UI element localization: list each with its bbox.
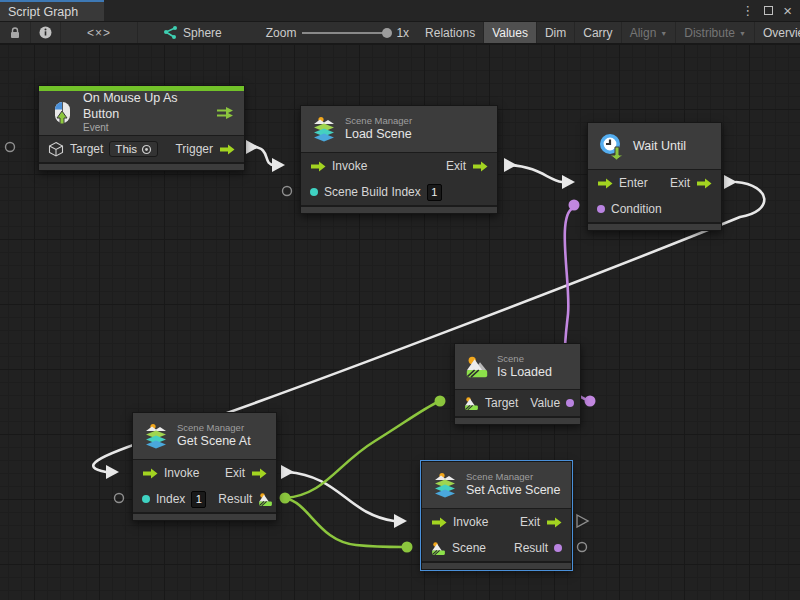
graph-canvas[interactable]: On Mouse Up As Button Event Targe xyxy=(0,44,800,600)
port-isloaded-value-wire-start[interactable] xyxy=(585,396,596,407)
toolbar-button-align[interactable]: Align▼ xyxy=(622,22,677,43)
invoke-label: Invoke xyxy=(164,466,199,480)
node-footer xyxy=(301,205,497,213)
coroutine-double-arrow-icon xyxy=(216,106,234,121)
node-category: Scene xyxy=(497,353,552,365)
invoke-label: Invoke xyxy=(332,159,367,173)
node-load-scene[interactable]: Scene Manager Load Scene Invoke Exit Sce… xyxy=(300,105,498,214)
mouse-up-icon xyxy=(49,100,75,126)
toolbar-button-values[interactable]: Values xyxy=(484,22,537,43)
value-label: Value xyxy=(530,396,560,410)
graph-owner[interactable]: Sphere xyxy=(138,22,230,43)
scene-type-icon[interactable] xyxy=(431,541,446,556)
chevron-down-icon: ▼ xyxy=(739,30,746,37)
tab-title: Script Graph xyxy=(8,5,78,19)
toolbar-button-distribute[interactable]: Distribute▼ xyxy=(676,22,755,43)
index-input[interactable]: 1 xyxy=(191,491,206,508)
info-button[interactable] xyxy=(31,22,61,43)
port-invoke-wire-end[interactable] xyxy=(272,158,285,172)
node-is-loaded[interactable]: Scene Is Loaded Target Value xyxy=(454,343,581,425)
int-port-icon[interactable] xyxy=(142,495,150,503)
row-target-value: Target Value xyxy=(455,390,580,416)
node-footer xyxy=(422,561,571,569)
node-footer xyxy=(588,222,721,230)
int-port-icon[interactable] xyxy=(310,188,318,196)
port-trigger-wire-start[interactable] xyxy=(246,140,259,154)
zoom-slider[interactable] xyxy=(302,32,390,34)
toolbar-button-relations[interactable]: Relations xyxy=(417,22,484,43)
window-controls: ⋮ × xyxy=(741,0,800,21)
node-title: Set Active Scene xyxy=(466,483,561,499)
target-this-chip[interactable]: This xyxy=(109,141,158,157)
lock-button[interactable] xyxy=(0,22,31,43)
toolbar-button-carry[interactable]: Carry xyxy=(575,22,621,43)
port-scenebuildindex-empty[interactable] xyxy=(283,187,292,196)
wire-result-to-scene-input[interactable] xyxy=(285,498,403,547)
zoom-slider-handle[interactable] xyxy=(382,28,392,38)
port-onmouseup-target-empty[interactable] xyxy=(6,143,15,152)
maximize-icon[interactable] xyxy=(764,6,773,15)
flow-arrow-icon[interactable] xyxy=(696,178,712,189)
port-waituntil-condition-wire-end[interactable] xyxy=(569,200,580,211)
scene-result-port-icon[interactable] xyxy=(554,544,562,552)
bool-port-icon[interactable] xyxy=(566,399,574,407)
window-menu-icon[interactable]: ⋮ xyxy=(741,4,754,17)
port-getsceneat-result[interactable] xyxy=(280,493,291,504)
port-setactive-invoke-wire-end[interactable] xyxy=(394,514,407,528)
exit-label: Exit xyxy=(520,515,540,529)
flow-arrow-icon[interactable] xyxy=(472,161,488,172)
target-label: Target xyxy=(70,142,103,156)
flow-arrow-icon[interactable] xyxy=(219,144,235,155)
wire-result-to-isloaded[interactable] xyxy=(285,402,438,498)
port-waituntil-exit-wire-start[interactable] xyxy=(724,175,737,189)
row-invoke-exit: Invoke Exit xyxy=(301,153,497,179)
port-loadscene-exit-wire-start[interactable] xyxy=(504,158,517,172)
result-label: Result xyxy=(218,492,252,506)
port-setactive-scene-wire-end[interactable] xyxy=(402,542,413,553)
port-index-empty[interactable] xyxy=(115,494,124,503)
info-icon xyxy=(39,26,52,39)
index-label: Index xyxy=(156,492,185,506)
scene-manager-icon xyxy=(311,116,337,142)
wire-getsceneat-to-setactive[interactable] xyxy=(287,472,394,521)
wire-trigger-to-loadscene[interactable] xyxy=(252,147,274,165)
node-set-active-scene[interactable]: Scene Manager Set Active Scene Invoke Ex… xyxy=(421,461,572,570)
node-category: Scene Manager xyxy=(177,422,251,434)
flow-arrow-icon[interactable] xyxy=(142,468,158,479)
flow-arrow-icon[interactable] xyxy=(431,517,447,528)
wire-loadscene-to-waituntil[interactable] xyxy=(510,165,562,182)
flow-arrow-icon[interactable] xyxy=(310,161,326,172)
node-get-scene-at[interactable]: Scene Manager Get Scene At Invoke Exit I… xyxy=(132,412,277,521)
scene-type-icon[interactable] xyxy=(258,492,273,507)
port-setactive-exit-empty[interactable] xyxy=(577,515,588,527)
flow-arrow-icon[interactable] xyxy=(546,517,562,528)
bool-port-icon[interactable] xyxy=(597,205,605,213)
graph-owner-name: Sphere xyxy=(183,26,222,40)
zoom-control: Zoom 1x xyxy=(230,22,417,43)
tab-script-graph[interactable]: Script Graph xyxy=(0,0,104,21)
toolbar-button-dim[interactable]: Dim xyxy=(537,22,575,43)
row-invoke-exit: Invoke Exit xyxy=(133,460,276,486)
port-isloaded-target-wire-end[interactable] xyxy=(435,396,446,407)
toolbar-button-overview[interactable]: Overview xyxy=(755,22,800,43)
graph-network-icon xyxy=(162,26,177,39)
node-title: Get Scene At xyxy=(177,434,251,450)
row-scene-build-index: Scene Build Index 1 xyxy=(301,179,497,205)
node-title: On Mouse Up As Button xyxy=(83,91,200,122)
port-getsceneat-exit-wire-start[interactable] xyxy=(281,465,294,479)
node-category: Scene Manager xyxy=(466,471,561,483)
port-getsceneat-invoke-wire-end[interactable] xyxy=(106,465,119,479)
scene-type-icon[interactable] xyxy=(464,396,479,411)
flow-arrow-icon[interactable] xyxy=(597,178,613,189)
exit-label: Exit xyxy=(225,466,245,480)
close-icon[interactable]: × xyxy=(783,3,792,18)
node-on-mouse-up-as-button[interactable]: On Mouse Up As Button Event Targe xyxy=(38,85,245,171)
port-waituntil-enter-wire-end[interactable] xyxy=(562,175,575,189)
node-wait-until[interactable]: Wait Until Enter Exit Condition xyxy=(587,122,722,231)
row-invoke-exit: Invoke Exit xyxy=(422,509,571,535)
graph-toolbar: <×> Sphere Zoom 1x Relations Values Dim … xyxy=(0,22,800,44)
code-view-button[interactable]: <×> xyxy=(61,22,138,43)
scene-build-index-input[interactable]: 1 xyxy=(427,184,442,201)
flow-arrow-icon[interactable] xyxy=(251,468,267,479)
port-setactive-result-empty[interactable] xyxy=(578,543,587,552)
